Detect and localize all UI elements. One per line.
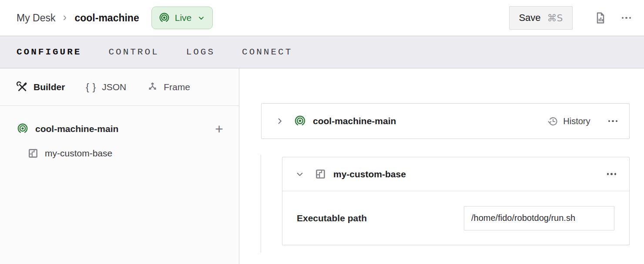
save-button-label: Save xyxy=(519,12,540,24)
view-mode-tabs: Builder { } JSON Frame xyxy=(0,68,239,106)
ellipsis-icon xyxy=(608,120,618,122)
viewtab-json-label: JSON xyxy=(102,82,126,92)
history-button[interactable]: History xyxy=(547,115,590,127)
executable-path-input[interactable] xyxy=(464,206,614,230)
add-component-button[interactable]: + xyxy=(215,122,223,136)
viewtab-json[interactable]: { } JSON xyxy=(86,81,126,93)
executable-path-label: Executable path xyxy=(297,213,367,223)
base-component-icon xyxy=(315,168,326,180)
machine-status-label: Live xyxy=(175,13,192,23)
chevron-down-icon xyxy=(198,14,205,22)
component-card-collapse-chevron[interactable] xyxy=(295,170,304,179)
machine-status-dropdown[interactable]: Live xyxy=(151,7,213,29)
breadcrumb: My Desk cool-machine xyxy=(17,12,139,24)
broadcast-icon xyxy=(158,12,170,24)
machine-tree: cool-machine-main + my-custom-base xyxy=(0,106,239,163)
viewtab-builder[interactable]: Builder xyxy=(17,81,65,93)
save-shortcut: ⌘S xyxy=(547,13,563,24)
component-card-menu-button[interactable] xyxy=(607,173,617,175)
tab-configure[interactable]: CONFIGURE xyxy=(17,47,81,57)
tools-icon xyxy=(17,81,28,93)
stats-file-icon xyxy=(594,11,607,24)
tab-connect[interactable]: CONNECT xyxy=(242,47,292,57)
tree-item-component[interactable]: my-custom-base xyxy=(17,143,223,163)
breadcrumb-current: cool-machine xyxy=(74,12,139,24)
tab-control[interactable]: CONTROL xyxy=(108,47,159,57)
broadcast-icon xyxy=(17,123,29,135)
component-card-title: my-custom-base xyxy=(333,169,406,179)
header-more-menu-button[interactable] xyxy=(622,17,631,19)
part-card-menu-button[interactable] xyxy=(608,120,618,122)
viewtab-frame-label: Frame xyxy=(164,82,190,92)
part-children-group: my-custom-base Executable path xyxy=(261,155,630,253)
viewtab-builder-label: Builder xyxy=(34,82,65,92)
component-card: my-custom-base Executable path xyxy=(282,157,630,245)
chevron-right-icon xyxy=(61,14,68,21)
part-card-expand-chevron[interactable] xyxy=(275,117,284,125)
ellipsis-icon xyxy=(622,17,631,19)
base-component-icon xyxy=(27,148,39,159)
component-card-header: my-custom-base xyxy=(282,157,629,191)
tab-logs[interactable]: LOGS xyxy=(186,47,215,57)
history-icon xyxy=(547,115,559,127)
braces-icon: { } xyxy=(86,81,96,93)
configure-main-panel: cool-machine-main History xyxy=(239,68,644,264)
breadcrumb-parent[interactable]: My Desk xyxy=(17,12,55,24)
configure-sidebar: Builder { } JSON Frame xyxy=(0,68,239,264)
tree-item-part[interactable]: cool-machine-main + xyxy=(17,119,223,139)
tree-component-label: my-custom-base xyxy=(45,148,112,159)
machine-report-button[interactable] xyxy=(594,11,607,24)
app-header: My Desk cool-machine Live Save ⌘S xyxy=(0,0,644,36)
frame-axes-icon xyxy=(147,81,158,92)
ellipsis-icon xyxy=(607,173,617,175)
part-card-title: cool-machine-main xyxy=(313,116,396,126)
content-area: Builder { } JSON Frame xyxy=(0,68,644,264)
part-card: cool-machine-main History xyxy=(261,103,630,139)
viewtab-frame[interactable]: Frame xyxy=(147,81,190,92)
machine-tabbar: CONFIGURE CONTROL LOGS CONNECT xyxy=(0,36,644,68)
history-label: History xyxy=(563,116,590,126)
component-card-body: Executable path xyxy=(282,191,629,245)
tree-part-label: cool-machine-main xyxy=(35,124,118,134)
save-button[interactable]: Save ⌘S xyxy=(509,6,572,30)
broadcast-icon xyxy=(294,115,306,128)
